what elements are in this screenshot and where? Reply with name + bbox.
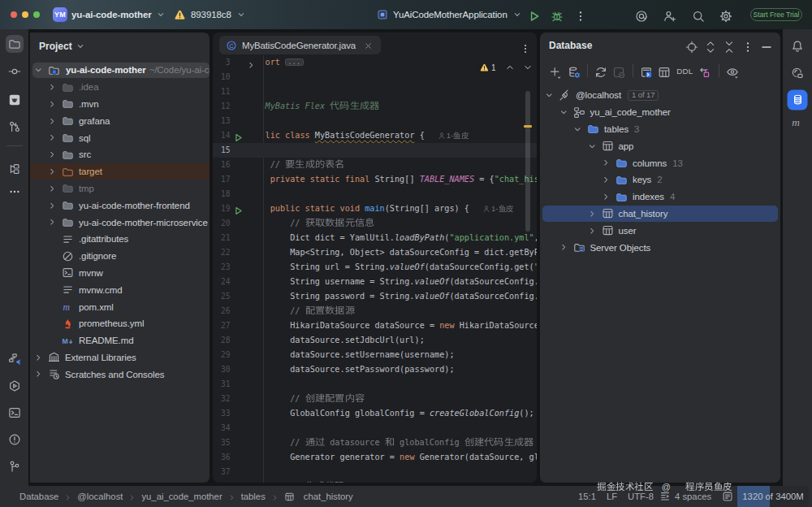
tool-stripe-notifications-icon[interactable] [788,37,806,55]
code-line-12[interactable]: 12MyBatis Flex [213,99,537,114]
chevron-right-icon[interactable] [47,82,58,93]
add-icon[interactable] [549,64,562,77]
inspections-widget[interactable]: 1 [479,62,533,73]
db-item-app[interactable]: app [540,137,780,154]
code-line-11[interactable]: 11 [213,84,537,99]
window-close-button[interactable] [11,11,17,18]
hide-icon[interactable] [760,39,773,52]
scrollbar-warning-mark[interactable] [524,125,532,128]
tab-options-icon[interactable] [520,41,531,52]
code-line-22[interactable]: 22 Map<String, Object> dataSourceConfig … [213,245,537,260]
tool-stripe-commit-icon[interactable] [6,63,24,80]
chevron-down-icon[interactable] [572,124,583,135]
project-item-target[interactable]: target [30,163,209,180]
table-view-icon[interactable] [658,64,671,77]
code-line-25[interactable]: 25 String password = String.valueOf(data… [213,289,537,304]
chevron-right-icon[interactable] [47,132,58,143]
code-line-27[interactable]: 27 HikariDataSource dataSource = new Hik… [213,318,537,333]
code-line-13[interactable]: 13 [213,114,537,128]
chevron-right-icon[interactable] [47,184,58,194]
project-item-.gitattributes[interactable]: .gitattributes [30,231,209,248]
project-item-.mvn[interactable]: .mvn [30,96,209,113]
project-item-.gitignore[interactable]: .gitignore [30,248,209,265]
jump-to-console-icon[interactable] [640,64,653,77]
debug-button[interactable] [551,8,564,21]
code-line-14[interactable]: 14lic class MyBatisCodeGenerator {1- [213,128,537,143]
code-line-29[interactable]: 29 dataSource.setUsername(username); [213,348,537,362]
editor-tab[interactable]: C MyBatisCodeGenerator.java [219,36,381,54]
data-source-properties-icon[interactable] [568,64,581,77]
code-line-30[interactable]: 30 dataSource.setPassword(password); [213,362,537,377]
project-item-.idea[interactable]: .idea [30,79,209,96]
project-item-Scratches_and_Consoles[interactable]: Scratches and Consoles [30,366,209,383]
run-line-icon[interactable] [233,204,244,214]
chevron-down-icon[interactable] [33,65,44,76]
code-line-20[interactable]: 20 // [213,216,537,231]
code-line-18[interactable]: 18 [213,187,537,202]
expand-all-icon[interactable] [704,39,717,52]
db-item-user[interactable]: user [540,222,780,239]
tool-stripe-structure-icon[interactable] [6,160,24,178]
run-configuration-widget[interactable]: YuAiCodeMotherApplication [377,0,522,29]
tool-stripe-maven-icon[interactable]: m [788,114,806,132]
db-item-Server_Objects[interactable]: Server Objects [540,239,780,256]
code-line-32[interactable]: 32 // [213,392,537,406]
code-line-36[interactable]: 36 Generator generator = new Generator(d… [213,450,537,465]
settings-button[interactable] [719,8,732,21]
chevron-right-icon[interactable] [47,99,58,110]
tool-stripe-terminal-icon[interactable] [6,404,24,422]
grazie-icon[interactable] [635,8,648,21]
caret-position-widget[interactable]: 15:1 [578,486,596,507]
code-line-23[interactable]: 23 String url = String.valueOf(dataSourc… [213,260,537,275]
chevron-right-icon[interactable] [601,192,611,202]
tool-stripe-plugin-square-icon[interactable] [6,91,24,109]
project-item-yu-ai-code-mother[interactable]: yu-ai-code-mother ~/Code/yu-ai-coc [30,62,209,79]
more-vertical-icon[interactable] [741,39,754,52]
next-problem-icon[interactable] [523,63,533,72]
code-editor[interactable]: 3ort ...101112MyBatis Flex 1314lic class… [213,55,537,483]
project-item-sql[interactable]: sql [30,129,209,146]
project-item-mvnw.cmd[interactable]: mvnw.cmd [30,281,209,298]
stop-disabled-icon[interactable] [612,64,625,77]
eye-icon[interactable] [726,64,739,77]
code-with-me-button[interactable] [663,8,676,21]
project-panel-header[interactable]: Project [30,32,209,60]
db-item-keys[interactable]: keys2 [540,171,780,188]
more-actions-button[interactable] [574,8,587,21]
tool-stripe-ai-assistant-icon[interactable] [788,64,806,82]
tool-stripe-database-icon[interactable] [788,89,808,110]
db-item-yu_ai_code_mother[interactable]: yu_ai_code_mother [540,104,780,121]
vcs-branch-widget[interactable]: 893918c8 [174,0,246,29]
code-line-16[interactable]: 16 // [213,158,537,172]
project-item-tmp[interactable]: tmp [30,180,209,197]
code-vision-author[interactable]: 1- [482,202,514,216]
tool-stripe-vcs-icon[interactable] [6,457,24,475]
code-line-28[interactable]: 28 dataSource.setJdbcUrl(url); [213,333,537,348]
chevron-right-icon[interactable] [47,167,58,177]
chevron-right-icon[interactable] [587,209,598,219]
code-line-19[interactable]: 19 public static void main(String[] args… [213,202,537,216]
project-item-mvnw[interactable]: mvnw [30,265,209,282]
generate-key-icon[interactable] [699,64,712,77]
previous-problem-icon[interactable] [505,63,515,72]
project-item-src[interactable]: src [30,146,209,163]
collapse-all-icon[interactable] [723,39,736,52]
chevron-right-icon[interactable] [559,242,569,253]
project-item-README.md[interactable]: MREADME.md [30,332,209,349]
chevron-down-icon[interactable] [544,90,555,101]
code-line-34[interactable]: 34 [213,421,537,436]
chevron-right-icon[interactable] [601,158,611,168]
code-line-38[interactable]: 38 // [213,479,537,483]
db-item-columns[interactable]: columns13 [540,154,780,171]
tool-stripe-build-icon[interactable] [6,350,24,368]
code-line-33[interactable]: 33 GlobalConfig globalConfig = createGlo… [213,406,537,421]
window-minimize-button[interactable] [22,11,28,18]
ddl-icon[interactable]: DDL [676,67,693,76]
code-line-21[interactable]: 21 Dict dict = YamlUtil.loadByPath("appl… [213,231,537,245]
tool-stripe-more-icon[interactable] [6,183,24,201]
project-item-yu-ai-code-mother-frontend[interactable]: yu-ai-code-mother-frontend [30,197,209,214]
code-vision-author[interactable]: 1- [438,128,469,143]
tool-stripe-project-folder-icon[interactable] [6,35,24,53]
chevron-right-icon[interactable] [47,150,58,160]
chevron-right-icon[interactable] [601,175,611,185]
